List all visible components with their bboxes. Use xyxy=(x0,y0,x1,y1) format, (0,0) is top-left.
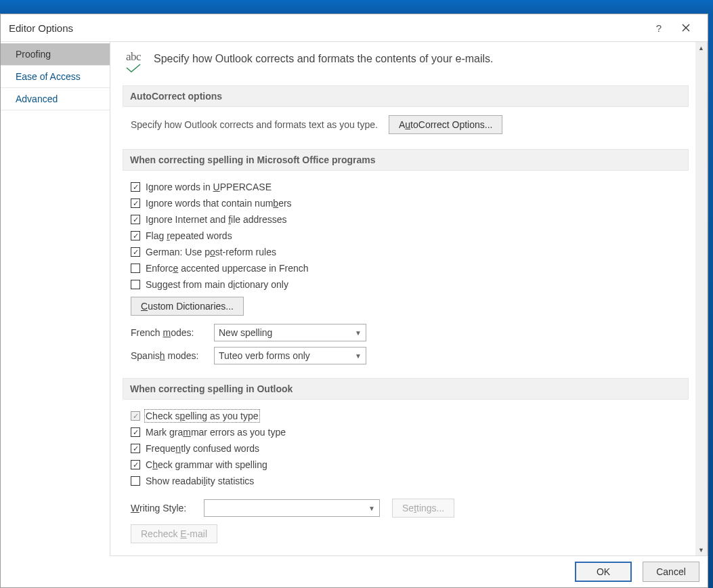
checkbox-label: Show readability statistics xyxy=(146,476,254,486)
checkbox-label: Ignore words in UPPERCASE xyxy=(146,182,272,192)
chevron-down-icon: ▼ xyxy=(355,352,362,360)
checkbox-label: Ignore Internet and file addresses xyxy=(146,214,287,225)
checkbox-main-dictionary-only[interactable] xyxy=(131,280,140,289)
checkbox-enforce-accented[interactable] xyxy=(131,264,140,273)
checkbox-mark-grammar[interactable] xyxy=(131,427,140,437)
checkbox-flag-repeated[interactable] xyxy=(131,231,140,240)
dialog-title: Editor Options xyxy=(9,22,645,34)
checkbox-label: Flag repeated words xyxy=(146,230,232,241)
section-header-office-spelling: When correcting spelling in Microsoft Of… xyxy=(123,149,689,171)
combo-value: New spelling xyxy=(219,327,272,338)
checkbox-label: Check grammar with spelling xyxy=(146,459,267,470)
chevron-down-icon: ▼ xyxy=(368,505,375,512)
checkbox-german-post-reform[interactable] xyxy=(131,247,140,257)
settings-button: Settings... xyxy=(392,499,454,518)
checkbox-label: Frequently confused words xyxy=(146,443,259,454)
checkbox-check-spelling-as-you-type xyxy=(131,411,140,421)
checkbox-label: Mark grammar errors as you type xyxy=(146,427,286,438)
checkbox-label: Enforce accented uppercase in French xyxy=(146,263,309,274)
ok-button[interactable]: OK xyxy=(575,562,632,582)
checkbox-label: Check spelling as you type xyxy=(146,411,259,421)
writing-style-label: Writing Style: xyxy=(131,503,192,513)
combo-value: Tuteo verb forms only xyxy=(219,350,310,361)
scroll-down-icon[interactable]: ▼ xyxy=(695,544,707,555)
intro-text: Specify how Outlook corrects and formats… xyxy=(154,50,494,65)
cancel-button[interactable]: Cancel xyxy=(643,562,699,582)
checkbox-ignore-uppercase[interactable] xyxy=(131,182,140,192)
sidebar-item-proofing[interactable]: Proofing xyxy=(1,43,110,66)
editor-options-dialog: Editor Options ? Proofing Ease of Access… xyxy=(0,14,708,588)
checkbox-ignore-numbers[interactable] xyxy=(131,198,140,208)
sidebar-item-advanced[interactable]: Advanced xyxy=(1,88,110,110)
sidebar-item-label: Proofing xyxy=(16,49,51,60)
french-modes-combo[interactable]: New spelling ▼ xyxy=(214,324,366,341)
checkbox-ignore-internet-file[interactable] xyxy=(131,215,140,224)
spanish-modes-combo[interactable]: Tuteo verb forms only ▼ xyxy=(214,347,366,364)
titlebar: Editor Options ? xyxy=(1,14,708,41)
sidebar-item-label: Advanced xyxy=(16,93,58,104)
autocorrect-help: Specify how Outlook corrects and formats… xyxy=(131,119,378,130)
checkbox-readability-stats[interactable] xyxy=(131,476,140,486)
close-button[interactable] xyxy=(672,22,699,34)
checkbox-frequently-confused[interactable] xyxy=(131,444,140,453)
help-button[interactable]: ? xyxy=(645,22,672,34)
checkbox-check-grammar-with-spelling[interactable] xyxy=(131,460,140,469)
section-header-autocorrect: AutoCorrect options xyxy=(123,85,689,107)
abc-check-icon: abc xyxy=(123,50,144,73)
autocorrect-options-button[interactable]: AutoCorrect Options... xyxy=(389,115,503,134)
close-icon xyxy=(682,24,690,32)
scrollbar[interactable]: ▲ ▼ xyxy=(695,42,707,555)
writing-style-combo[interactable]: ▼ xyxy=(204,499,380,517)
checkbox-label: Suggest from main dictionary only xyxy=(146,279,288,290)
sidebar-item-label: Ease of Access xyxy=(16,71,81,82)
checkbox-label: Ignore words that contain numbers xyxy=(146,198,292,209)
options-panel: abc Specify how Outlook corrects and for… xyxy=(110,42,695,555)
recheck-email-button: Recheck E-mail xyxy=(131,524,217,543)
intro: abc Specify how Outlook corrects and for… xyxy=(123,43,689,85)
section-header-outlook-spelling: When correcting spelling in Outlook xyxy=(123,378,689,400)
dialog-footer: OK Cancel xyxy=(1,556,708,587)
chevron-down-icon: ▼ xyxy=(355,329,362,337)
checkbox-label: German: Use post-reform rules xyxy=(146,247,276,257)
sidebar: Proofing Ease of Access Advanced xyxy=(1,41,110,556)
french-modes-label: French modes: xyxy=(131,327,202,338)
scroll-up-icon[interactable]: ▲ xyxy=(695,42,707,54)
sidebar-item-ease-of-access[interactable]: Ease of Access xyxy=(1,66,110,88)
custom-dictionaries-button[interactable]: Custom Dictionaries... xyxy=(131,297,244,316)
spanish-modes-label: Spanish modes: xyxy=(131,350,202,361)
